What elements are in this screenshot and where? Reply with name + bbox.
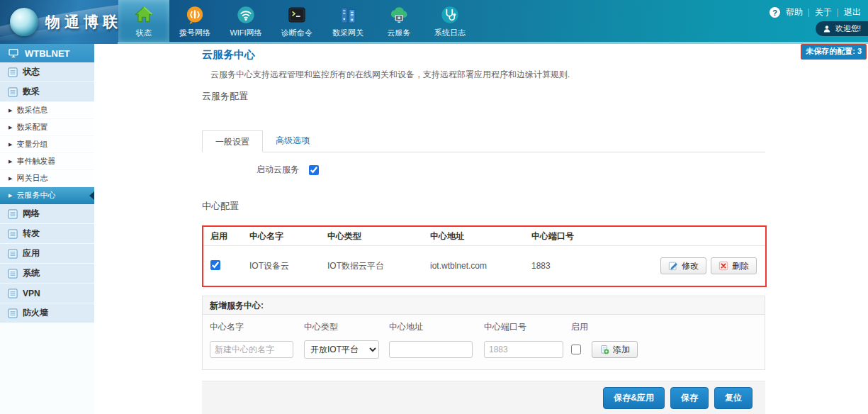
add-form-inputs: 开放IOT平台 添加 <box>203 335 765 369</box>
nav-item-dial-network[interactable]: 拨号网络 <box>169 0 220 42</box>
delete-icon <box>718 261 728 271</box>
sidebar-item-event-trigger[interactable]: ▶ 事件触发器 <box>0 153 94 170</box>
tab-general-settings[interactable]: 一般设置 <box>202 130 263 152</box>
help-icon: ? <box>770 7 780 18</box>
row-enable-cell <box>203 260 242 272</box>
row-center-type: IOT数据云平台 <box>320 260 423 272</box>
delete-button[interactable]: 删除 <box>711 257 757 274</box>
divider <box>808 9 809 17</box>
table-row: IOT设备云 IOT数据云平台 iot.wtblnet.com 1883 修改 … <box>203 246 765 286</box>
home-icon <box>133 4 154 26</box>
add-center-form: 新增服务中心: 中心名字 中心类型 中心地址 中心端口号 启用 开放IOT平台 <box>202 296 765 370</box>
label-enable: 启用 <box>564 321 765 333</box>
new-center-enable-checkbox[interactable] <box>571 345 581 354</box>
sidebar-item-firewall[interactable]: 防火墙 <box>0 303 94 323</box>
center-port-cell <box>477 341 564 358</box>
cloud-config-section-title: 云服务配置 <box>202 90 248 103</box>
nav-item-daq-gateway[interactable]: 数采网关 <box>322 0 373 42</box>
about-link[interactable]: 关于 <box>815 6 832 18</box>
sidebar-item-daq[interactable]: 数采 <box>0 82 94 102</box>
sidebar-item-network[interactable]: 网络 <box>0 204 94 224</box>
sidebar-item-status[interactable]: 状态 <box>0 62 94 82</box>
sidebar: WTBLNET 状态 数采 ▶ 数采信息 ▶ 数采配置 ▶ 变量分组 ▶ 事件触… <box>0 44 94 414</box>
center-config-section-title: 中心配置 <box>202 200 239 213</box>
add-center-form-title: 新增服务中心: <box>203 296 765 315</box>
center-address-input[interactable] <box>389 341 473 358</box>
center-name-input[interactable] <box>210 341 293 358</box>
sidebar-item-label: 网关日志 <box>16 173 47 184</box>
sidebar-item-vpn[interactable]: VPN <box>0 284 94 303</box>
nav-item-wifi-network[interactable]: WIFI网络 <box>220 0 271 42</box>
list-icon <box>8 209 18 219</box>
sidebar-item-gateway-log[interactable]: ▶ 网关日志 <box>0 170 94 187</box>
row-center-port: 1883 <box>524 261 631 271</box>
cloud-icon <box>388 4 410 26</box>
logout-link[interactable]: 退出 <box>844 6 861 18</box>
welcome-user-pill[interactable]: 欢迎您! <box>816 21 868 36</box>
header-bottom-strip <box>118 42 868 44</box>
col-enable: 启用 <box>203 230 242 242</box>
nav-item-label: 云服务 <box>388 28 411 38</box>
syslog-icon <box>439 4 461 26</box>
center-address-cell <box>382 341 477 358</box>
user-icon <box>823 25 831 33</box>
enable-cloud-label: 启动云服务 <box>257 164 299 176</box>
enable-add-cell: 添加 <box>564 341 765 358</box>
nav-item-label: 系统日志 <box>434 28 466 38</box>
nav-item-cloud-service[interactable]: 云服务 <box>373 0 424 42</box>
nav-item-status[interactable]: 状态 <box>118 0 169 42</box>
page-description: 云服务中心支持远程管理和监控所有的在线网关和设备，支持远程部署应用程序和边缘计算… <box>210 69 570 81</box>
sidebar-item-label: 变量分组 <box>16 139 47 150</box>
row-enable-checkbox[interactable] <box>210 260 220 270</box>
gateway-icon <box>337 4 359 26</box>
sidebar-item-daq-info[interactable]: ▶ 数采信息 <box>0 102 94 119</box>
nav-item-diagnostics[interactable]: 诊断命令 <box>271 0 322 42</box>
dial-network-icon <box>184 4 205 26</box>
label-center-name: 中心名字 <box>203 321 297 333</box>
caret-right-icon: ▶ <box>9 125 12 130</box>
label-center-type: 中心类型 <box>297 321 382 333</box>
sidebar-item-variable-group[interactable]: ▶ 变量分组 <box>0 136 94 153</box>
wifi-icon <box>235 4 257 26</box>
sidebar-item-forwarding[interactable]: 转发 <box>0 224 94 244</box>
add-icon <box>599 345 609 354</box>
app-root: 物通博联 状态 拨号网络 WIFI网络 <box>0 0 868 414</box>
sidebar-item-cloud-center[interactable]: ▶ 云服务中心 <box>0 187 94 204</box>
center-port-input[interactable] <box>484 341 563 358</box>
caret-right-icon: ▶ <box>9 108 12 113</box>
sidebar-item-label: 数采信息 <box>16 105 47 116</box>
enable-cloud-row: 启动云服务 <box>257 164 319 176</box>
edit-button-label: 修改 <box>682 260 699 272</box>
center-type-select[interactable]: 开放IOT平台 <box>304 340 379 359</box>
row-actions: 修改 删除 <box>631 257 765 274</box>
help-link[interactable]: 帮助 <box>786 6 803 18</box>
page-title: 云服务中心 <box>202 48 255 62</box>
row-center-address: iot.wtblnet.com <box>423 261 524 271</box>
add-button[interactable]: 添加 <box>592 341 638 358</box>
edit-button[interactable]: 修改 <box>660 257 706 274</box>
caret-right-icon: ▶ <box>9 159 12 164</box>
brand-globe-icon <box>10 8 38 36</box>
sidebar-item-daq-config[interactable]: ▶ 数采配置 <box>0 119 94 136</box>
sidebar-item-system[interactable]: 系统 <box>0 264 94 284</box>
nav-item-system-log[interactable]: 系统日志 <box>424 0 475 42</box>
reset-button[interactable]: 复位 <box>714 387 753 409</box>
label-center-port: 中心端口号 <box>477 321 564 333</box>
center-name-cell <box>203 341 297 358</box>
tab-advanced-options[interactable]: 高级选项 <box>263 130 322 152</box>
top-header: 物通博联 状态 拨号网络 WIFI网络 <box>0 0 868 44</box>
list-icon <box>8 87 18 97</box>
list-icon <box>8 269 18 279</box>
list-icon <box>8 308 18 318</box>
nav-item-label: 拨号网络 <box>179 28 210 38</box>
save-button[interactable]: 保存 <box>670 387 709 409</box>
sidebar-item-application[interactable]: 应用 <box>0 244 94 264</box>
monitor-icon <box>8 47 19 59</box>
divider <box>838 9 838 17</box>
save-apply-button[interactable]: 保存&应用 <box>603 387 665 409</box>
center-config-table: 启用 中心名字 中心类型 中心地址 中心端口号 IOT设备云 IOT数据云平台 … <box>202 225 767 287</box>
row-center-name: IOT设备云 <box>242 260 320 272</box>
enable-cloud-checkbox[interactable] <box>309 165 319 175</box>
sidebar-item-label: 转发 <box>23 228 40 240</box>
unsaved-config-badge[interactable]: 未保存的配置: 3 <box>801 44 867 60</box>
